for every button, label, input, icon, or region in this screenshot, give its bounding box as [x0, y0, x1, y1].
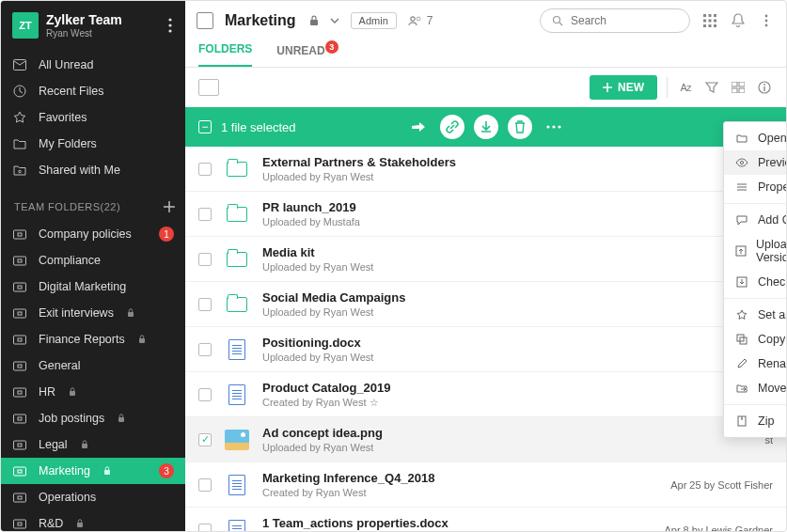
new-button-label: NEW — [618, 81, 644, 94]
file-checkbox[interactable] — [198, 163, 212, 176]
file-row[interactable]: Social Media CampaignsUploaded by Ryan W… — [185, 282, 786, 327]
team-folder-item[interactable]: General — [1, 352, 185, 379]
svg-rect-13 — [18, 312, 22, 315]
file-row[interactable]: Media kitUploaded by Ryan WestWest — [185, 237, 786, 282]
selection-bar: − 1 file selected Esc — [185, 107, 786, 147]
team-folder-item[interactable]: Finance Reports — [1, 326, 185, 352]
team-folder-item[interactable]: HR — [1, 379, 185, 405]
svg-point-42 — [417, 17, 420, 21]
svg-rect-28 — [82, 444, 87, 448]
context-menu-item[interactable]: Check In... — [724, 270, 786, 294]
tab-folders[interactable]: FOLDERS — [198, 42, 252, 67]
team-folder-item[interactable]: Exit interviews — [1, 300, 185, 326]
more-actions-icon[interactable] — [542, 115, 566, 139]
team-folder-item[interactable]: Job postings — [1, 405, 185, 431]
context-menu-item[interactable]: Preview — [724, 150, 786, 175]
selection-checkbox[interactable]: − — [198, 120, 212, 133]
context-menu-separator — [724, 298, 786, 299]
svg-rect-27 — [18, 444, 22, 446]
filter-icon[interactable] — [703, 79, 720, 96]
file-row[interactable]: 1 Team_actions properties.docxUploaded b… — [185, 508, 786, 531]
svg-rect-6 — [14, 230, 26, 239]
breadcrumb-dropdown-icon[interactable] — [330, 18, 339, 23]
file-row[interactable]: Product Catalog_2019Created by Ryan West… — [185, 372, 786, 417]
file-checkbox[interactable] — [198, 298, 212, 311]
team-folder-icon — [12, 516, 27, 531]
team-folder-item[interactable]: Operations — [1, 484, 185, 510]
nav-item[interactable]: All Unread — [1, 52, 185, 78]
file-checkbox[interactable] — [198, 208, 212, 221]
svg-rect-18 — [14, 362, 26, 370]
team-folder-label: General — [39, 359, 80, 372]
view-thumbnail-icon[interactable] — [198, 79, 219, 96]
context-menu-item[interactable]: Properties — [724, 175, 786, 199]
search-box[interactable] — [540, 8, 690, 33]
svg-rect-8 — [14, 257, 26, 265]
new-button[interactable]: NEW — [590, 75, 657, 100]
team-folder-item[interactable]: Company policies1 — [1, 221, 185, 247]
share-icon[interactable] — [406, 115, 431, 139]
team-folder-item[interactable]: Digital Marketing — [1, 274, 185, 300]
svg-rect-34 — [14, 520, 26, 528]
star-icon — [735, 308, 748, 321]
file-row[interactable]: Marketing Inference_Q4_2018Created by Ry… — [185, 462, 786, 508]
apps-grid-icon[interactable] — [701, 12, 718, 29]
context-menu-item[interactable]: Open — [724, 126, 786, 150]
svg-point-61 — [763, 84, 765, 86]
more-icon[interactable] — [758, 12, 775, 29]
context-menu-item[interactable]: Move To... — [724, 376, 786, 400]
file-checkbox[interactable] — [198, 478, 212, 492]
lock-icon — [118, 414, 125, 423]
selection-text: 1 file selected — [221, 120, 296, 134]
notifications-icon[interactable] — [730, 12, 747, 29]
file-row[interactable]: External Partners & StakeholdersUploaded… — [185, 147, 786, 192]
search-input[interactable] — [571, 14, 712, 27]
svg-rect-9 — [18, 259, 22, 262]
download-icon[interactable] — [474, 115, 498, 139]
context-menu-label: Zip — [758, 415, 774, 428]
svg-rect-10 — [14, 283, 26, 291]
delete-icon[interactable] — [508, 115, 532, 139]
team-folder-label: Digital Marketing — [39, 280, 126, 293]
context-menu-label: Properties — [758, 180, 786, 194]
context-menu-label: Preview — [758, 156, 786, 169]
file-checkbox[interactable] — [198, 253, 212, 266]
sort-icon[interactable]: Az — [677, 79, 694, 96]
team-folder-item[interactable]: Compliance — [1, 247, 185, 274]
file-row[interactable]: Positioning.docxUploaded by Ryan West — [185, 327, 786, 372]
file-checkbox[interactable] — [198, 388, 212, 401]
file-row[interactable]: ✓Ad concept idea.pngUploaded by Ryan Wes… — [185, 417, 786, 462]
nav-item[interactable]: Favorites — [1, 104, 185, 131]
nav-item[interactable]: Shared with Me — [1, 157, 185, 183]
team-folder-item[interactable]: R&D — [1, 510, 185, 531]
unread-badge: 1 — [159, 227, 174, 242]
add-team-folder-icon[interactable] — [163, 200, 176, 213]
link-icon[interactable] — [440, 115, 464, 139]
team-avatar: ZT — [12, 12, 39, 39]
file-checkbox[interactable] — [198, 524, 212, 532]
context-menu-item[interactable]: Set as Favorite — [724, 303, 786, 327]
members-count[interactable]: 7 — [408, 14, 433, 27]
svg-rect-49 — [714, 20, 716, 23]
team-folder-item[interactable]: Marketing3 — [1, 458, 185, 484]
file-checkbox[interactable] — [198, 343, 212, 356]
context-menu: OpenPreviewPropertiesAdd Comment...Uploa… — [723, 121, 786, 438]
star-icon — [12, 110, 27, 125]
team-menu-icon[interactable] — [165, 14, 176, 37]
context-menu-item[interactable]: Upload New Version... — [724, 232, 786, 270]
breadcrumb-title: Marketing — [225, 12, 296, 29]
file-checkbox[interactable]: ✓ — [198, 433, 212, 446]
nav-item[interactable]: Recent Files — [1, 78, 185, 104]
context-menu-item[interactable]: Rename — [724, 352, 786, 376]
tab-unread[interactable]: UNREAD 3 — [276, 44, 324, 67]
team-folder-item[interactable]: Legal — [1, 431, 185, 458]
context-menu-item[interactable]: Copy To... — [724, 327, 786, 352]
context-menu-item[interactable]: Zip — [724, 409, 786, 433]
info-icon[interactable] — [756, 79, 773, 96]
layout-icon[interactable] — [730, 79, 747, 96]
nav-item[interactable]: My Folders — [1, 131, 185, 157]
role-pill[interactable]: Admin — [351, 12, 397, 29]
lock-icon — [81, 440, 88, 449]
context-menu-item[interactable]: Add Comment... — [724, 208, 786, 232]
file-row[interactable]: PR launch_2019Uploaded by Mustafa — [185, 192, 786, 237]
